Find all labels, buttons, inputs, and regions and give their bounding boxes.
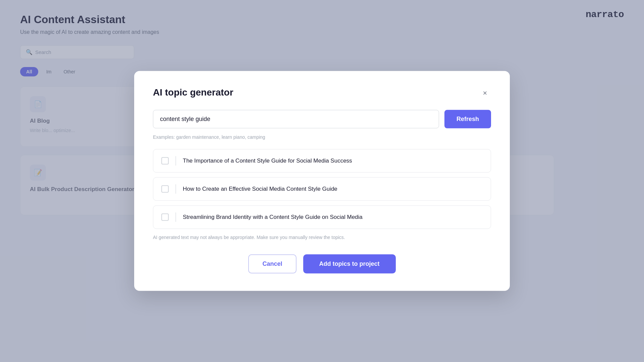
topic-divider-2 (175, 184, 176, 194)
topic-divider-3 (175, 213, 176, 222)
topic-divider-1 (175, 156, 176, 166)
topic-checkbox-1[interactable] (161, 157, 169, 165)
close-button[interactable]: × (479, 87, 491, 99)
examples-hint: Examples: garden maintenance, learn pian… (153, 134, 491, 140)
topic-checkbox-2[interactable] (161, 185, 169, 193)
cancel-button[interactable]: Cancel (248, 254, 296, 274)
modal-footer: Cancel Add topics to project (153, 254, 491, 274)
topic-text-1: The Importance of a Content Style Guide … (183, 157, 352, 165)
topic-item-1[interactable]: The Importance of a Content Style Guide … (153, 149, 491, 173)
topic-checkbox-3[interactable] (161, 214, 169, 221)
add-topics-button[interactable]: Add topics to project (303, 254, 396, 274)
refresh-button[interactable]: Refresh (444, 110, 491, 128)
ai-topic-generator-modal: AI topic generator × Refresh Examples: g… (134, 71, 510, 291)
topic-item-3[interactable]: Streamlining Brand Identity with a Conte… (153, 205, 491, 229)
modal-title: AI topic generator (153, 87, 233, 98)
topic-text-2: How to Create an Effective Social Media … (183, 185, 337, 193)
topic-text-3: Streamlining Brand Identity with a Conte… (183, 213, 363, 221)
topic-search-input[interactable] (153, 110, 439, 128)
search-row: Refresh (153, 110, 491, 128)
modal-header: AI topic generator × (153, 87, 491, 99)
topic-item-2[interactable]: How to Create an Effective Social Media … (153, 177, 491, 201)
disclaimer-text: AI generated text may not always be appr… (153, 234, 491, 241)
